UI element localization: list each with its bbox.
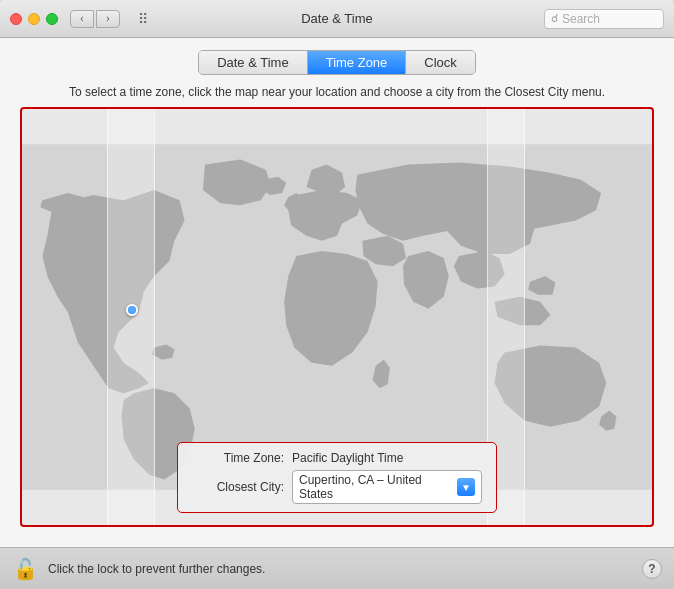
back-button[interactable]: ‹: [70, 10, 94, 28]
dropdown-value: Cupertino, CA – United States: [299, 473, 453, 501]
dropdown-arrow-icon: ▼: [457, 478, 475, 496]
traffic-lights: [10, 13, 58, 25]
instruction-text: To select a time zone, click the map nea…: [20, 85, 654, 99]
info-panel: Time Zone: Pacific Daylight Time Closest…: [177, 442, 497, 513]
timezone-value: Pacific Daylight Time: [292, 451, 403, 465]
search-box[interactable]: ☌ Search: [544, 9, 664, 29]
help-button[interactable]: ?: [642, 559, 662, 579]
close-button[interactable]: [10, 13, 22, 25]
search-placeholder: Search: [562, 12, 600, 26]
content-area: Date & Time Time Zone Clock To select a …: [0, 38, 674, 547]
tab-time-zone[interactable]: Time Zone: [308, 51, 407, 74]
timezone-label: Time Zone:: [194, 451, 284, 465]
forward-button[interactable]: ›: [96, 10, 120, 28]
tab-group: Date & Time Time Zone Clock: [198, 50, 476, 75]
tab-clock[interactable]: Clock: [406, 51, 475, 74]
tab-bar: Date & Time Time Zone Clock: [20, 50, 654, 75]
minimize-button[interactable]: [28, 13, 40, 25]
city-row: Closest City: Cupertino, CA – United Sta…: [194, 470, 480, 504]
location-dot: [126, 304, 138, 316]
closest-city-dropdown[interactable]: Cupertino, CA – United States ▼: [292, 470, 482, 504]
titlebar: ‹ › ⠿ Date & Time ☌ Search: [0, 0, 674, 38]
lock-text: Click the lock to prevent further change…: [48, 562, 632, 576]
tab-date-time[interactable]: Date & Time: [199, 51, 308, 74]
window-title: Date & Time: [301, 11, 373, 26]
city-label: Closest City:: [194, 480, 284, 494]
nav-buttons: ‹ ›: [70, 10, 120, 28]
map-container[interactable]: Time Zone: Pacific Daylight Time Closest…: [20, 107, 654, 527]
maximize-button[interactable]: [46, 13, 58, 25]
search-icon: ☌: [551, 12, 558, 25]
bottom-bar: 🔓 Click the lock to prevent further chan…: [0, 547, 674, 589]
lock-icon[interactable]: 🔓: [12, 556, 38, 582]
main-window: ‹ › ⠿ Date & Time ☌ Search Date & Time T…: [0, 0, 674, 589]
grid-button[interactable]: ⠿: [132, 10, 154, 28]
timezone-row: Time Zone: Pacific Daylight Time: [194, 451, 480, 465]
